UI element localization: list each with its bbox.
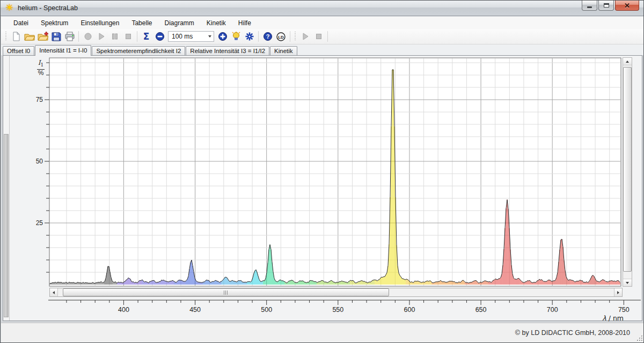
combo-dropdown-button[interactable] [206, 32, 214, 41]
arrow-down-icon [626, 282, 629, 284]
status-bar: © by LD DIDACTIC GmbH, 2008-2010 [1, 323, 644, 343]
tab-spektrometerempfindlichkeit-i2[interactable]: Spektrometerempfindlichkeit I2 [92, 46, 185, 55]
stop-icon [314, 32, 323, 41]
tab-relative-intensitaet-i3[interactable]: Relative Intensität I3 = I1/I2 [186, 46, 269, 55]
toolbar: Σ 100 ms [1, 29, 644, 44]
play-icon [301, 32, 310, 41]
ld-logo-button[interactable]: LD [274, 30, 288, 43]
arrow-up-icon [626, 61, 629, 63]
tab-intensitaet-i1[interactable]: Intensität I1 = I-I0 [35, 45, 91, 56]
settings-button[interactable] [243, 30, 256, 43]
kinetic-play-button[interactable] [298, 30, 312, 43]
vertical-scrollbar[interactable] [623, 57, 632, 287]
minimize-button[interactable] [582, 1, 597, 11]
minimize-icon [587, 6, 592, 8]
printer-icon [64, 32, 75, 41]
kinetic-stop-button[interactable] [312, 30, 325, 43]
svg-text:700: 700 [547, 306, 558, 314]
spectralab-window: ☀ helium - SpectraLab ✕ Datei Spektrum E… [0, 0, 644, 343]
interval-combobox[interactable]: 100 ms [168, 31, 214, 42]
sum-button[interactable]: Σ [140, 30, 153, 43]
sun-icon: ☀ [5, 3, 13, 13]
spectrum-plot[interactable]: 255075 [29, 57, 623, 288]
svg-text:75: 75 [36, 96, 43, 103]
caption-buttons: ✕ [581, 1, 639, 11]
bulb-button[interactable] [229, 30, 243, 43]
record-button[interactable] [81, 30, 94, 43]
toolbar-separator [290, 31, 290, 42]
resize-grip[interactable] [635, 334, 642, 341]
menu-datei[interactable]: Datei [9, 18, 33, 28]
tab-bar: Offset I0 Intensität I1 = I-I0 Spektrome… [1, 44, 644, 55]
svg-text:50: 50 [36, 158, 43, 165]
play-icon [97, 32, 106, 41]
menu-hilfe[interactable]: Hilfe [233, 18, 256, 28]
horizontal-scrollbar[interactable] [49, 288, 623, 297]
toolbar-grip[interactable] [294, 32, 296, 41]
maximize-icon [604, 3, 609, 8]
tab-kinetik[interactable]: Kinetik [270, 46, 297, 55]
menu-tabelle[interactable]: Tabelle [127, 18, 157, 28]
open-folder-icon [24, 32, 35, 41]
left-mini-scrollbar[interactable] [3, 56, 10, 320]
svg-text:λ / nm: λ / nm [602, 314, 624, 322]
svg-text:400: 400 [118, 306, 129, 314]
title-bar[interactable]: ☀ helium - SpectraLab ✕ [1, 1, 643, 16]
help-button[interactable]: ? [261, 30, 274, 43]
minus-circle-icon [155, 32, 165, 41]
window-title: helium - SpectraLab [18, 4, 78, 12]
save-button[interactable] [49, 30, 63, 43]
import-folder-icon [38, 32, 48, 41]
menu-kinetik[interactable]: Kinetik [202, 18, 231, 28]
print-button[interactable] [63, 30, 76, 43]
plus-circle-icon [218, 32, 228, 41]
scroll-down-button[interactable] [623, 279, 632, 286]
left-mini-scrollbar-thumb[interactable] [4, 134, 9, 317]
help-icon: ? [263, 32, 273, 41]
chevron-down-icon [208, 35, 211, 38]
svg-text:650: 650 [475, 306, 487, 314]
scroll-up-button[interactable] [623, 58, 632, 65]
save-floppy-icon [52, 32, 61, 41]
menu-bar: Datei Spektrum Einstellungen Tabelle Dia… [1, 17, 644, 29]
import-file-button[interactable] [36, 30, 49, 43]
stop-button[interactable] [121, 30, 135, 43]
svg-text:550: 550 [332, 306, 343, 314]
close-icon: ✕ [624, 2, 630, 9]
scroll-left-button[interactable] [50, 288, 58, 296]
menu-diagramm[interactable]: Diagramm [159, 18, 199, 28]
zoom-out-button[interactable] [153, 30, 166, 43]
maximize-button[interactable] [598, 1, 614, 11]
toolbar-separator [137, 31, 137, 42]
tab-offset-i0[interactable]: Offset I0 [3, 46, 34, 55]
play-button[interactable] [94, 30, 108, 43]
close-button[interactable]: ✕ [615, 1, 639, 11]
open-file-button[interactable] [23, 30, 36, 43]
pause-button[interactable] [108, 30, 121, 43]
svg-text:25: 25 [36, 219, 43, 227]
pause-icon [111, 32, 119, 41]
horizontal-scrollbar-thumb[interactable] [63, 288, 389, 296]
menu-einstellungen[interactable]: Einstellungen [76, 18, 124, 28]
ld-logo-icon: LD [276, 32, 286, 42]
zoom-in-button[interactable] [216, 30, 229, 43]
svg-text:600: 600 [404, 306, 415, 314]
svg-text:750: 750 [618, 306, 630, 314]
gear-icon [245, 32, 254, 41]
record-icon [84, 32, 92, 41]
svg-text:500: 500 [261, 306, 272, 314]
scroll-right-button[interactable] [614, 288, 622, 296]
menu-spektrum[interactable]: Spektrum [36, 18, 73, 28]
interval-value: 100 ms [169, 33, 206, 40]
sigma-icon: Σ [143, 31, 150, 42]
vertical-scrollbar-thumb[interactable] [623, 67, 632, 272]
toolbar-separator [327, 31, 328, 42]
bulb-icon [231, 32, 241, 41]
arrow-left-icon [53, 291, 55, 294]
toolbar-grip[interactable] [4, 32, 7, 41]
chart-panel: I1 % 255075 400450500550600650700750λ / … [3, 55, 642, 321]
svg-text:450: 450 [189, 306, 201, 314]
new-file-icon [11, 32, 21, 41]
stop-icon [124, 32, 133, 41]
new-file-button[interactable] [9, 30, 23, 43]
